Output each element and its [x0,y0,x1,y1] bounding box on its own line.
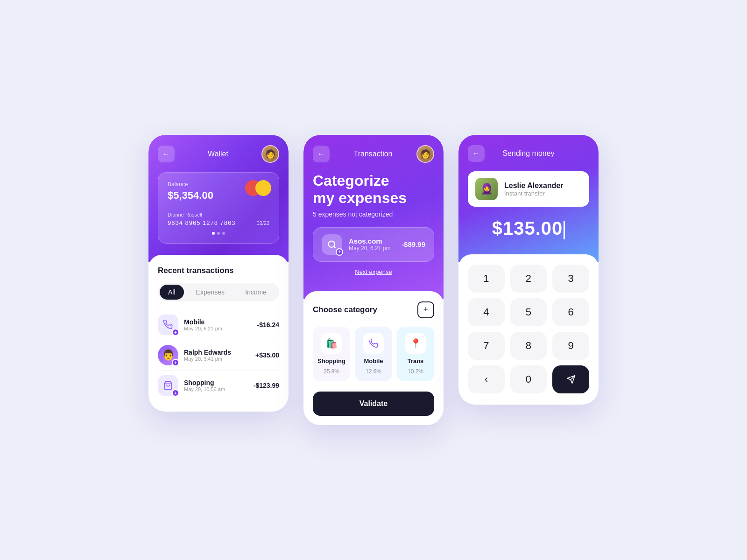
svg-line-2 [334,246,336,248]
recipient-avatar: 🧕 [475,178,498,200]
numpad-2[interactable]: 2 [510,265,547,293]
filter-all[interactable]: All [160,285,184,300]
categorize-heading: Categorize my expenses [313,172,434,207]
wallet-body: Recent transactions All Expenses Income … [148,255,289,412]
transactions-title: Recent transactions [158,266,279,275]
category-trans[interactable]: 📍 Trans 10.2% [397,327,434,381]
dot-2 [217,232,220,235]
tx-date-mobile: May 20, 6:21 pm [184,326,257,331]
tx-icon-wrap-ralph: 👨 + [158,345,178,365]
sending-body: 1 2 3 4 5 6 7 8 9 ‹ 0 [458,254,599,405]
expense-info: Asos.com May 20, 6:21 pm [349,237,395,252]
expense-plus: + [336,248,343,256]
recipient-card: 🧕 Leslie Alexander Instant transfer [468,171,589,207]
tx-amount-mobile: -$16.24 [257,321,279,329]
category-mobile[interactable]: Mobile 12.6% [355,327,392,381]
filter-income[interactable]: Income [237,285,275,300]
tx-info-shopping: Shopping May 20, 10:56 am [184,379,254,392]
tx-icon-wrap-shopping: + [158,375,178,396]
numpad-9[interactable]: 9 [552,332,589,360]
transaction-title: Transaction [354,150,393,158]
expense-date: May 20, 6:21 pm [349,245,395,252]
table-row: + Mobile May 20, 6:21 pm -$16.24 [158,310,279,340]
expenses-subtitle: 5 expenses not categorized [313,210,434,218]
numpad-7[interactable]: 7 [468,332,505,360]
numpad-3[interactable]: 3 [552,265,589,293]
sending-phone: ← Sending money 🧕 Leslie Alexander Insta… [458,135,599,404]
mastercard-icon [245,180,271,196]
send-button[interactable] [552,365,589,393]
amount-value: $135.00 [492,218,563,238]
tx-info-ralph: Ralph Edwards May 20, 3:41 pm [184,349,255,362]
tx-plus-ralph: + [172,359,179,366]
expense-icon-wrap: + [322,234,342,255]
wallet-nav: ← Wallet 🧑 [158,145,279,163]
transaction-nav: ← Transaction 🧑 [313,145,434,163]
tx-date-shopping: May 20, 10:56 am [184,386,254,392]
transaction-phone: ← Transaction 🧑 Categorize my expenses 5… [303,135,444,425]
shopping-icon: 🛍️ [321,333,342,354]
shopping-cat-name: Shopping [317,357,345,364]
card-expiry: 02/22 [256,220,269,226]
amount-display: $135.00 [468,218,589,239]
tx-amount-shopping: -$123.99 [254,382,279,389]
avatar-image-2: 🧑 [417,146,433,162]
validate-button[interactable]: Validate [313,392,434,416]
tx-date-ralph: May 20, 3:41 pm [184,356,255,362]
tx-name-mobile: Mobile [184,318,257,326]
numpad-0[interactable]: 0 [510,365,547,393]
trans-icon: 📍 [405,333,426,354]
numpad: 1 2 3 4 5 6 7 8 9 ‹ 0 [468,265,589,393]
wallet-phone: ← Wallet 🧑 Balance $5,354.00 Dianne Russ… [148,135,289,412]
tx-icon-wrap-mobile: + [158,315,178,335]
sending-header: ← Sending money 🧕 Leslie Alexander Insta… [458,135,599,261]
next-expense-link[interactable]: Next expense [313,268,434,275]
current-expense-card: + Asos.com May 20, 6:21 pm -$89.99 [313,227,434,262]
numpad-5[interactable]: 5 [510,298,547,326]
transaction-body: Choose category + 🛍️ Shopping 35.8% Mobi… [303,291,444,425]
categories-row: 🛍️ Shopping 35.8% Mobile 12.6% 📍 Trans 1… [313,327,434,381]
wallet-title: Wallet [208,150,228,158]
mobile-pct: 12.6% [366,368,381,375]
tx-plus-mobile: + [172,329,179,336]
expense-amount: -$89.99 [402,240,425,248]
tx-name-shopping: Shopping [184,379,254,386]
recipient-type: Instant transfer [504,190,582,197]
mobile-cat-icon [363,333,384,354]
expense-name: Asos.com [349,237,395,245]
numpad-1[interactable]: 1 [468,265,505,293]
sending-nav: ← Sending money [468,145,589,162]
trans-cat-name: Trans [408,357,424,364]
numpad-4[interactable]: 4 [468,298,505,326]
transaction-avatar: 🧑 [416,145,434,163]
dot-3 [222,232,225,235]
mobile-cat-name: Mobile [364,357,383,364]
choose-category-title: Choose category [313,305,377,315]
amount-cursor [564,221,565,239]
card-details-row: 9634 8965 1278 7863 02/22 [168,219,269,226]
transaction-header: ← Transaction 🧑 Categorize my expenses 5… [303,135,444,299]
numpad-8[interactable]: 8 [510,332,547,360]
wallet-back-button[interactable]: ← [158,146,175,162]
sending-back-button[interactable]: ← [468,145,485,162]
trans-pct: 10.2% [408,368,423,375]
filter-expenses[interactable]: Expenses [188,285,233,300]
sending-title: Sending money [502,149,554,158]
add-category-button[interactable]: + [417,301,434,318]
tx-name-ralph: Ralph Edwards [184,349,255,356]
table-row: 👨 + Ralph Edwards May 20, 3:41 pm +$35.0… [158,340,279,371]
tx-info-mobile: Mobile May 20, 6:21 pm [184,318,257,331]
transaction-back-button[interactable]: ← [313,146,330,162]
filter-tabs: All Expenses Income [158,283,279,301]
numpad-backspace[interactable]: ‹ [468,365,505,393]
mc-orange-circle [255,180,271,196]
tx-amount-ralph: +$35.00 [255,351,279,359]
credit-card: Balance $5,354.00 Dianne Russell 9634 89… [158,172,279,244]
svg-point-1 [329,241,335,247]
numpad-6[interactable]: 6 [552,298,589,326]
avatar-image: 🧑 [262,146,278,162]
cardholder-name: Dianne Russell [168,212,269,217]
category-shopping[interactable]: 🛍️ Shopping 35.8% [313,327,350,381]
recipient-name: Leslie Alexander [504,182,582,190]
tx-plus-shopping: + [172,389,179,397]
